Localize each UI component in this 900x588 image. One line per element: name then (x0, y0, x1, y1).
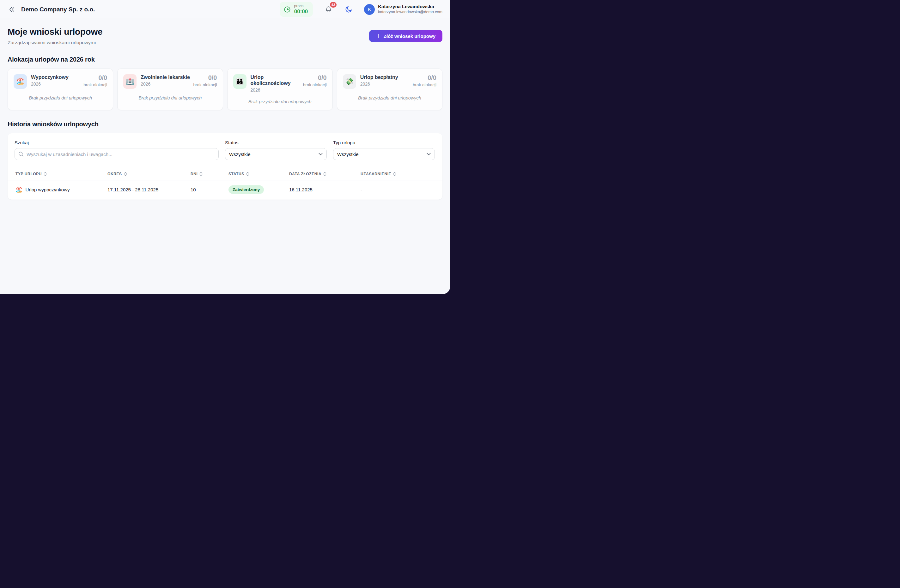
row-leave-type: Urlop wypoczynkowy (25, 187, 70, 192)
submit-leave-request-label: Złóż wniosek urlopowy (384, 34, 436, 39)
card-year: 2026 (31, 82, 68, 87)
card-ratio: 0/0 (303, 74, 327, 81)
sort-icon (124, 172, 127, 176)
allocation-card-bezplatny: 💸 Urlop bezpłatny 2026 0/0 brak alokacji… (337, 68, 442, 110)
allocation-heading: Alokacja urlopów na 2026 rok (8, 56, 442, 63)
type-filter-label: Typ urlopu (333, 140, 435, 145)
clock-icon (284, 6, 291, 13)
card-year: 2026 (360, 82, 398, 87)
column-header-status[interactable]: STATUS (228, 167, 289, 181)
money-wings-icon: 💸 (343, 74, 356, 89)
double-chevron-left-icon (9, 7, 15, 12)
work-timer-widget[interactable]: praca 00:00 (280, 2, 313, 17)
notifications-count-badge: 43 (330, 2, 337, 8)
avatar: K (364, 4, 375, 15)
sort-icon (323, 172, 326, 176)
row-submitted-date: 16.11.2025 (289, 183, 361, 197)
search-icon (18, 152, 24, 157)
history-heading: Historia wniosków urlopowych (8, 121, 442, 128)
work-timer-time: 00:00 (294, 9, 308, 15)
status-badge: Zatwierdzony (228, 186, 264, 194)
card-alloc-sub: brak alokacji (303, 82, 327, 87)
card-note: Brak przydziału dni urlopowych (233, 99, 327, 104)
table-row[interactable]: 🏖️ Urlop wypoczynkowy 17.11.2025 - 28.11… (8, 181, 442, 198)
sort-icon (199, 172, 203, 176)
card-name: Urlop okolicznościowy (251, 74, 303, 86)
card-year: 2026 (141, 82, 190, 87)
status-filter-select[interactable]: Wszystkie (225, 148, 327, 160)
theme-toggle-button[interactable] (345, 5, 353, 13)
history-card: Szukaj Status Wszystkie (8, 133, 442, 200)
status-filter-label: Status (225, 140, 327, 145)
allocation-cards: 🏖️ Wypoczynkowy 2026 0/0 brak alokacji B… (8, 68, 442, 110)
allocation-card-okolicznosciowy: 👪 Urlop okolicznościowy 2026 0/0 brak al… (227, 68, 333, 110)
card-year: 2026 (251, 87, 303, 93)
sort-icon (43, 172, 47, 176)
leave-type-filter-select[interactable]: Wszystkie (333, 148, 435, 160)
column-header-okres[interactable]: OKRES (107, 167, 191, 181)
window-corner-backdrop (442, 285, 450, 294)
hospital-icon: 🏥 (123, 74, 137, 89)
user-name: Katarzyna Lewandowska (378, 4, 442, 10)
app-window: Demo Company Sp. z o.o. praca 00:00 43 (0, 0, 450, 294)
row-justification: - (361, 183, 435, 197)
search-label: Szukaj (14, 140, 219, 145)
moon-icon (345, 5, 353, 13)
beach-umbrella-icon: 🏖️ (14, 74, 27, 89)
card-note: Brak przydziału dni urlopowych (123, 95, 217, 101)
row-period: 17.11.2025 - 28.11.2025 (107, 183, 191, 197)
beach-umbrella-icon: 🏖️ (16, 187, 22, 193)
allocation-card-wypoczynkowy: 🏖️ Wypoczynkowy 2026 0/0 brak alokacji B… (8, 68, 113, 110)
page-title: Moje wnioski urlopowe (8, 27, 102, 37)
family-icon: 👪 (233, 74, 247, 89)
column-header-data-zlozenia[interactable]: DATA ZŁOŻENIA (289, 167, 361, 181)
submit-leave-request-button[interactable]: Złóż wniosek urlopowy (369, 30, 442, 42)
card-alloc-sub: brak alokacji (413, 82, 436, 87)
card-alloc-sub: brak alokacji (84, 82, 107, 87)
table-header-row: TYP URLOPU OKRES DNI (8, 167, 442, 181)
main-content: Moje wnioski urlopowe Zarządzaj swoimi w… (0, 27, 450, 200)
topbar: Demo Company Sp. z o.o. praca 00:00 43 (0, 0, 450, 19)
column-header-uzasadnienie[interactable]: UZASADNIENIE (361, 167, 435, 181)
sort-icon (393, 172, 396, 176)
card-ratio: 0/0 (193, 74, 217, 81)
column-header-dni[interactable]: DNI (191, 167, 228, 181)
allocation-card-zwolnienie-lekarskie: 🏥 Zwolnienie lekarskie 2026 0/0 brak alo… (117, 68, 223, 110)
search-input[interactable] (14, 148, 219, 160)
card-note: Brak przydziału dni urlopowych (343, 95, 436, 101)
user-email: katarzyna.lewandowska@demo.com (378, 10, 442, 15)
plus-icon (376, 34, 380, 38)
card-name: Wypoczynkowy (31, 74, 68, 80)
card-note: Brak przydziału dni urlopowych (14, 95, 107, 101)
company-name: Demo Company Sp. z o.o. (21, 6, 95, 13)
user-menu[interactable]: K Katarzyna Lewandowska katarzyna.lewand… (364, 4, 442, 14)
column-header-typ-urlopu[interactable]: TYP URLOPU (16, 167, 107, 181)
page-subtitle: Zarządzaj swoimi wnioskami urlopowymi (8, 40, 102, 45)
work-timer-label: praca (294, 4, 304, 9)
notifications-button[interactable]: 43 (325, 6, 332, 13)
card-ratio: 0/0 (84, 74, 107, 81)
card-alloc-sub: brak alokacji (193, 82, 217, 87)
card-name: Urlop bezpłatny (360, 74, 398, 80)
card-name: Zwolnienie lekarskie (141, 74, 190, 80)
filters: Szukaj Status Wszystkie (8, 133, 442, 167)
sort-icon (246, 172, 249, 176)
row-days: 10 (191, 183, 228, 197)
card-ratio: 0/0 (413, 74, 436, 81)
sidebar-collapse-button[interactable] (8, 6, 16, 13)
